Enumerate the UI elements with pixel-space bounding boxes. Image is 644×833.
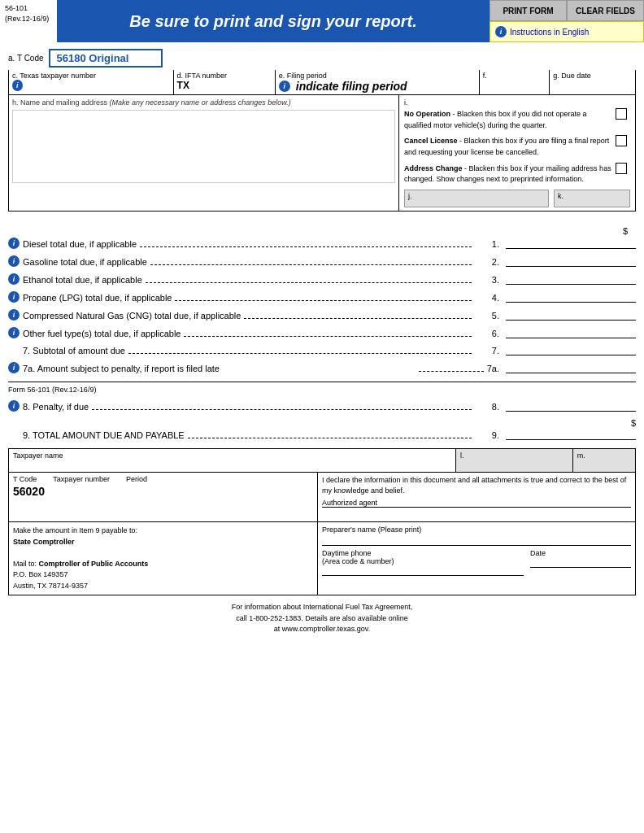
line7a-input[interactable] — [506, 363, 636, 373]
code-left: T Code Taxpayer number Period 56020 — [9, 473, 318, 521]
filing-info-icon[interactable]: i — [279, 81, 290, 92]
line-item-3: i Ethanol total due, if applicable 3. — [8, 273, 636, 285]
top-right-buttons: PRINT FORM CLEAR FIELDS i Instructions i… — [490, 0, 644, 42]
instructions-label: Instructions in English — [510, 28, 589, 37]
j-field: j. — [404, 190, 549, 207]
line3-dots — [146, 282, 472, 283]
sig-top-row: Taxpayer name l. m. — [9, 449, 635, 472]
taxpayer-info-icon[interactable]: i — [12, 80, 23, 91]
tcode-value: 56180 Original — [49, 49, 163, 68]
taxpayer-name-label: Taxpayer name — [13, 451, 451, 460]
tcode-value: 56020 — [13, 485, 313, 498]
top-bar: 56-101 (Rev.12-16/9) Be sure to print an… — [0, 0, 644, 42]
address-change-checkbox[interactable] — [616, 163, 627, 174]
taxpayer-number-input[interactable] — [28, 81, 170, 90]
sig-bottom-row: Make the amount in Item 9 payable to: St… — [9, 521, 635, 595]
total-dollar-row: $ — [8, 418, 636, 428]
period-col-label: Period — [126, 475, 147, 483]
form-id-block: 56-101 (Rev.12-16/9) — [0, 0, 57, 42]
line5-icon[interactable]: i — [8, 309, 20, 321]
preparer-input[interactable] — [322, 535, 631, 546]
no-operation-item: No Operation - Blacken this box if you d… — [404, 108, 630, 130]
address-label-text: h. Name and mailing address — [12, 98, 107, 107]
mail-to-label: Mail to: — [13, 560, 37, 568]
lm-fields: l. m. — [456, 449, 635, 472]
line-item-7a: i 7a. Amount subject to penalty, if repo… — [8, 362, 636, 373]
line-item-1: i Diesel total due, if applicable 1. — [8, 238, 636, 249]
mail-to-address2: Austin, TX 78714-9357 — [13, 582, 88, 590]
line5-input[interactable] — [506, 310, 636, 321]
instructions-link[interactable]: i Instructions in English — [490, 21, 644, 42]
line8-dots — [92, 409, 472, 410]
date-input[interactable] — [530, 557, 631, 568]
no-operation-text: No Operation - Blacken this box if you d… — [404, 110, 587, 129]
line8-input[interactable] — [506, 401, 636, 412]
line7-text: 7. Subtotal of amount due — [23, 346, 475, 355]
clear-button[interactable]: CLEAR FIELDS — [567, 0, 644, 21]
line2-input[interactable] — [506, 256, 636, 267]
taxpayer-name-input[interactable] — [13, 460, 451, 469]
line6-text: Other fuel type(s) total due, if applica… — [23, 329, 475, 338]
line7-input[interactable] — [506, 345, 636, 355]
line4-dots — [175, 300, 472, 301]
declaration-right: I declare the information in this docume… — [318, 473, 635, 521]
line4-input[interactable] — [506, 292, 636, 303]
row-7a-right: 7a. — [419, 363, 636, 373]
state-comptroller: State Comptroller — [13, 538, 75, 546]
no-operation-checkbox[interactable] — [616, 108, 627, 120]
i-label: i. — [404, 98, 630, 107]
address-right: i. No Operation - Blacken this box if yo… — [399, 95, 635, 211]
footer-line1: For information about International Fuel… — [8, 602, 636, 613]
code-row-labels: T Code Taxpayer number Period — [13, 475, 313, 483]
line6-input[interactable] — [506, 328, 636, 338]
auth-agent-input[interactable] — [322, 509, 631, 519]
line-item-9: 9. TOTAL AMOUNT DUE AND PAYABLE 9. — [8, 430, 636, 440]
line8-number: 8. — [475, 402, 499, 412]
line4-text: Propane (LPG) total due, if applicable — [23, 293, 475, 303]
row-7a-label: 7a. — [487, 364, 499, 373]
line6-icon[interactable]: i — [8, 327, 20, 338]
address-change-title: Address Change — [404, 164, 463, 172]
line1-input[interactable] — [506, 238, 636, 249]
due-date-input[interactable] — [553, 80, 632, 89]
l-label: l. — [460, 451, 568, 460]
form-id: 56-101 — [5, 3, 52, 14]
banner-text: Be sure to print and sign your report. — [129, 12, 416, 31]
preparer-label: Preparer's name (Please print) — [322, 526, 631, 534]
date-block: Date — [530, 549, 631, 576]
line9-dots — [188, 438, 472, 438]
line7a-icon[interactable]: i — [8, 362, 20, 373]
cancel-license-checkbox[interactable] — [616, 135, 627, 146]
line9-input[interactable] — [506, 430, 636, 440]
line-item-5: i Compressed Natural Gas (CNG) total due… — [8, 309, 636, 321]
m-field: m. — [573, 449, 635, 472]
line1-icon[interactable]: i — [8, 238, 20, 249]
tcode-label: a. T Code — [8, 54, 44, 63]
line5-text: Compressed Natural Gas (CNG) total due, … — [23, 311, 475, 321]
cancel-license-item: Cancel License - Blacken this box if you… — [404, 135, 630, 157]
line3-icon[interactable]: i — [8, 273, 20, 285]
line4-number: 4. — [475, 293, 499, 303]
line7-number: 7. — [475, 346, 499, 355]
print-button[interactable]: PRINT FORM — [490, 0, 567, 21]
line3-input[interactable] — [506, 274, 636, 285]
address-input[interactable] — [12, 110, 395, 183]
j-label: j. — [408, 192, 412, 200]
date-label: Date — [530, 549, 631, 557]
mail-to-address1: P.O. Box 149357 — [13, 570, 67, 578]
line2-icon[interactable]: i — [8, 255, 20, 267]
address-change-text: Address Change - Blacken this box if you… — [404, 164, 611, 184]
line1-number: 1. — [475, 239, 499, 249]
f-input[interactable] — [483, 80, 546, 89]
line8-icon[interactable]: i — [8, 400, 20, 412]
button-row: PRINT FORM CLEAR FIELDS — [490, 0, 644, 21]
filing-period-text: indicate filing period — [296, 80, 407, 93]
line7-dots — [128, 353, 472, 354]
line4-icon[interactable]: i — [8, 291, 20, 303]
line1-dots — [140, 246, 472, 247]
phone-input[interactable] — [322, 565, 524, 576]
ifta-cell: d. IFTA number TX — [174, 70, 276, 94]
filing-period-label: e. Filing period — [279, 72, 476, 80]
line-items: $ i Diesel total due, if applicable 1. i… — [8, 226, 636, 373]
cancel-license-text: Cancel License - Blacken this box if you… — [404, 137, 609, 156]
